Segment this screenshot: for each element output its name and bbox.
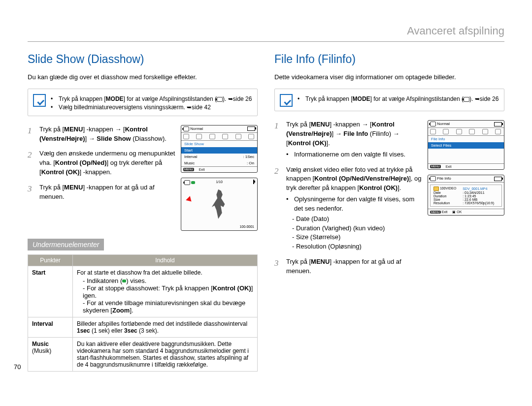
cursor-icon <box>186 196 194 204</box>
image-silhouette <box>210 189 229 219</box>
page-number: 70 <box>14 363 21 371</box>
slideshow-heading: Slide Show (Diasshow) <box>28 53 258 66</box>
slideshow-intro: Du kan glæde dig over et diasshow med fo… <box>28 73 258 82</box>
slideshow-menu-screenshot: Normal Slide Show Start Interval: 1Sec M… <box>181 125 258 173</box>
battery-icon <box>247 126 255 131</box>
submenu-table: Punkter Indhold Start For at starte et d… <box>28 254 258 372</box>
top-rule <box>28 41 504 42</box>
table-row: Music(Musik) Du kan aktivere eller deakt… <box>28 337 258 371</box>
playback-mode-icon <box>464 97 469 102</box>
running-head: Avanceret afspilning <box>28 25 504 37</box>
playback-mode-icon <box>217 97 223 102</box>
slideshow-preview-screenshot: 1/10 100-0001 <box>181 178 258 231</box>
table-row: Start For at starte et diasshow fra det … <box>28 266 258 317</box>
col-punkter: Punkter <box>28 254 73 266</box>
fileinfo-detail-screenshot: File Info 100VIDEOSDV_0001.MP4 Date: 01/… <box>428 175 504 216</box>
check-icon <box>280 94 293 107</box>
fileinfo-note: Tryk på knappen [MODE] for at vælge Afsp… <box>274 89 504 111</box>
battery-icon <box>494 122 502 126</box>
submenu-elements-label: Undermenuelementer <box>28 239 104 250</box>
fileinfo-heading: File Info (Filinfo) <box>274 53 504 66</box>
folder-icon <box>433 187 439 191</box>
table-row: Interval Billeder afspilles fortløbende … <box>28 317 258 337</box>
slideshow-note: Tryk på knappen [MODE] for at vælge Afsp… <box>28 89 258 116</box>
check-icon <box>33 94 46 107</box>
fileinfo-intro: Dette videokamera viser dig informatione… <box>274 73 504 82</box>
battery-icon <box>253 180 254 184</box>
battery-icon <box>494 177 502 181</box>
fileinfo-menu-screenshot: Normal File Info Select Files MENUExit <box>428 120 504 170</box>
col-indhold: Indhold <box>73 254 258 266</box>
